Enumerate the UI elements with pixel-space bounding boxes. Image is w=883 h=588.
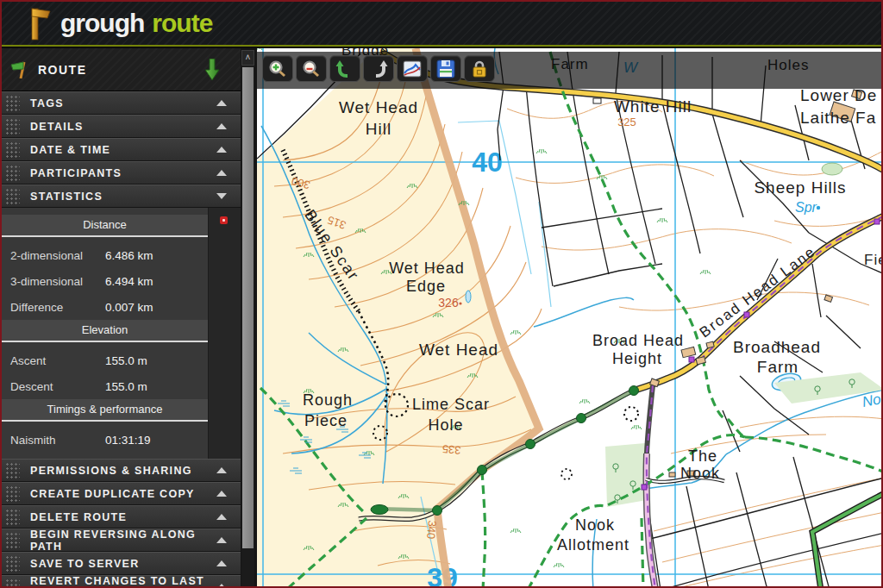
- undo-button[interactable]: [329, 55, 360, 82]
- elevation-section-header: Elevation: [2, 320, 208, 342]
- sidebar-item-details[interactable]: DETAILS: [2, 115, 241, 138]
- drag-handle-icon[interactable]: [4, 461, 20, 479]
- lock-button[interactable]: [464, 55, 495, 82]
- route-waypoint[interactable]: [526, 440, 535, 449]
- elevation-profile-button[interactable]: [397, 55, 428, 82]
- sidebar-item-save-server[interactable]: SAVE TO SERVER: [2, 552, 241, 575]
- sidebar-item-label: PERMISSIONS & SHARING: [30, 465, 216, 477]
- statistics-panel: Distance 2-dimensional 6.486 km 3-dimens…: [2, 208, 241, 459]
- stat-value: 6.494 km: [105, 275, 153, 288]
- app-header: grough route: [2, 2, 881, 47]
- map-label-the-nook-2: Nook: [680, 465, 720, 482]
- undo-arrow-icon: [335, 59, 355, 78]
- download-route-icon[interactable]: [204, 59, 220, 81]
- map-label-laithe-fa: Laithe Fa: [800, 109, 876, 127]
- drag-handle-icon[interactable]: [4, 94, 20, 112]
- route-panel-header: ROUTE: [2, 48, 241, 91]
- stat-row-2d: 2-dimensional 6.486 km: [2, 242, 208, 268]
- contour-325: 325: [617, 116, 636, 128]
- chevron-up-icon: [216, 491, 227, 497]
- route-waypoint[interactable]: [478, 466, 487, 475]
- building-hut: [593, 98, 601, 103]
- chevron-up-icon: [216, 560, 227, 566]
- route-flag-icon: [9, 59, 31, 80]
- chevron-up-icon: [216, 467, 227, 473]
- map-label-wet-head-edge-2: Edge: [406, 278, 446, 295]
- floppy-disk-icon: [435, 59, 456, 78]
- drag-handle-icon[interactable]: [4, 187, 20, 205]
- stat-value: 0.007 km: [105, 301, 153, 314]
- sidebar-item-statistics[interactable]: STATISTICS: [2, 185, 241, 208]
- stat-row-descent: Descent 155.0 m: [2, 373, 208, 399]
- brand-primary: grough: [60, 9, 144, 38]
- stat-row-ascent: Ascent 155.0 m: [2, 347, 208, 373]
- chevron-up-icon: [216, 584, 227, 588]
- sidebar-item-participants[interactable]: PARTICIPANTS: [2, 161, 241, 185]
- zoom-in-button[interactable]: [262, 55, 293, 82]
- spot-height-326: 326: [438, 296, 459, 310]
- sidebar-item-label: PARTICIPANTS: [30, 167, 216, 179]
- chevron-up-icon: [216, 100, 227, 106]
- sidebar-item-date-time[interactable]: DATE & TIME: [2, 138, 241, 161]
- brand-secondary: route: [152, 9, 212, 38]
- map-viewport[interactable]: 40 39: [257, 48, 883, 588]
- stat-label: Ascent: [2, 354, 105, 367]
- map-label-wet-head-hill: Wet Head: [339, 98, 418, 116]
- sidebar-item-reverse-path[interactable]: BEGIN REVERSING ALONG PATH: [2, 529, 241, 552]
- map-label-fie-cut: Fie: [864, 252, 883, 268]
- stat-value: 01:31:19: [105, 434, 151, 447]
- signpost-logo-icon: [21, 5, 52, 41]
- drag-handle-icon[interactable]: [4, 141, 20, 159]
- drag-handle-icon[interactable]: [4, 578, 20, 588]
- sidebar-item-tags[interactable]: TAGS: [2, 91, 241, 115]
- drag-handle-icon[interactable]: [4, 508, 20, 526]
- sidebar-scrollbar[interactable]: ˄: [241, 50, 254, 588]
- zoom-out-button[interactable]: [296, 55, 327, 82]
- chevron-up-icon: [216, 147, 227, 153]
- drag-handle-icon[interactable]: [4, 554, 20, 572]
- sidebar-item-label: DELETE ROUTE: [30, 511, 216, 523]
- route-waypoint[interactable]: [629, 386, 639, 396]
- stat-value: 155.0 m: [105, 380, 147, 393]
- scroll-up-button[interactable]: ˄: [241, 50, 254, 66]
- stat-label: Naismith: [2, 434, 105, 447]
- record-indicator-icon[interactable]: [220, 216, 228, 224]
- map-label-lime-scar-hole-2: Hole: [428, 416, 463, 434]
- grough-route-app: grough route ROUTE TAGS DETAILS: [0, 0, 883, 588]
- stat-label: Difference: [2, 301, 105, 314]
- sidebar-item-delete-route[interactable]: DELETE ROUTE: [2, 505, 241, 529]
- map-label-the-nook: The: [688, 447, 717, 465]
- map-label-wet-head: Wet Head: [419, 341, 498, 359]
- sidebar-item-label: TAGS: [30, 97, 216, 109]
- drag-handle-icon[interactable]: [4, 531, 20, 549]
- sidebar-item-revert-changes[interactable]: REVERT CHANGES TO LAST SAVE: [2, 575, 241, 588]
- os-map-canvas[interactable]: 40 39: [257, 48, 883, 588]
- map-label-lime-scar-hole: Lime Scar: [412, 396, 490, 413]
- save-button[interactable]: [430, 55, 461, 82]
- padlock-icon: [469, 59, 490, 78]
- stat-label: 3-dimensional: [2, 275, 105, 288]
- route-waypoint[interactable]: [577, 414, 586, 423]
- timings-section-header: Timings & performance: [2, 399, 208, 422]
- sidebar-item-duplicate[interactable]: CREATE DUPLICATE COPY: [2, 482, 241, 505]
- route-panel-title: ROUTE: [38, 63, 204, 77]
- route-waypoint[interactable]: [371, 505, 388, 515]
- zoom-in-icon: [267, 59, 288, 78]
- spring-dot: [817, 206, 820, 210]
- route-waypoint[interactable]: [433, 506, 442, 516]
- drag-handle-icon[interactable]: [4, 117, 20, 135]
- redo-button[interactable]: [363, 55, 394, 82]
- stat-row-naismith: Naismith 01:31:19: [2, 427, 208, 453]
- drag-handle-icon[interactable]: [4, 485, 20, 503]
- stat-row-difference: Difference 0.007 km: [2, 294, 208, 320]
- scrollbar-thumb[interactable]: [242, 67, 254, 548]
- map-label-white-hill: White Hill: [614, 97, 692, 116]
- map-label-sheep-hills: Sheep Hills: [754, 178, 846, 197]
- sidebar-item-label: SAVE TO SERVER: [30, 558, 216, 570]
- stat-label: 2-dimensional: [2, 249, 105, 262]
- small-pond: [466, 291, 471, 303]
- distance-section-header: Distance: [2, 215, 208, 237]
- route-sidebar: ROUTE TAGS DETAILS DATE & TIME PARTICI: [2, 48, 257, 588]
- sidebar-item-permissions[interactable]: PERMISSIONS & SHARING: [2, 459, 241, 482]
- drag-handle-icon[interactable]: [4, 164, 20, 182]
